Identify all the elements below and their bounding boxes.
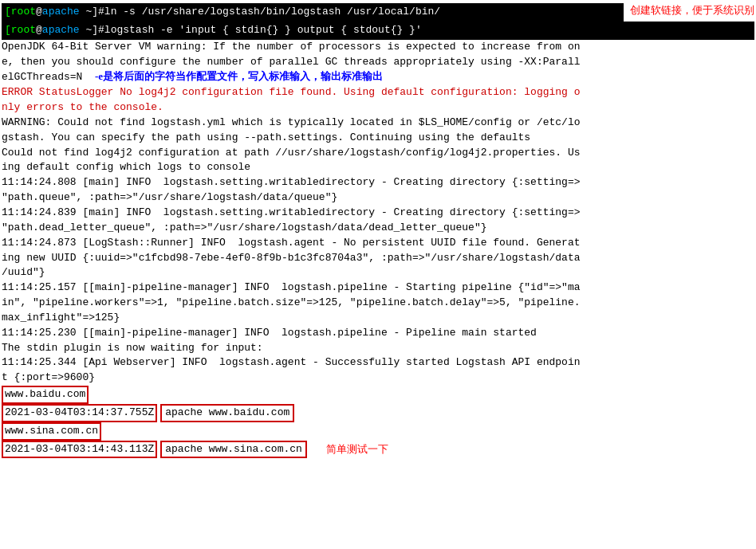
terminal-area: [root@apache ~]# ln -s /usr/share/logsta… [0, 0, 756, 461]
test-output-msg-1: www.baidu.com [209, 406, 289, 418]
prompt-1: [root@apache ~]# [5, 5, 104, 20]
command-block-1: [root@apache ~]# ln -s /usr/share/logsta… [2, 3, 754, 22]
error-log-1: ERROR StatusLogger No log4j2 configurati… [2, 85, 754, 116]
annotation-e: -e是将后面的字符当作配置文件，写入标准输入，输出标准输出 [95, 70, 383, 82]
test-output-content-1: apache www.baidu.com [160, 404, 294, 422]
command-1-main: [root@apache ~]# ln -s /usr/share/logsta… [2, 3, 624, 22]
test-annotation: 简单测试一下 [326, 442, 388, 457]
command-line-2: [root@apache ~]# logstash -e 'input { st… [2, 22, 754, 40]
prompt-host-2: apache [42, 24, 80, 36]
command-text-2: logstash -e 'input { stdin{} } output { … [104, 23, 422, 38]
test-input-1: www.baidu.com [2, 386, 89, 404]
warning-log-1: WARNING: Could not find logstash.yml whi… [2, 116, 754, 175]
prompt-tilde-2: ~]# [80, 24, 104, 36]
jvm-warning: OpenJDK 64-Bit Server VM warning: If the… [2, 40, 754, 86]
test-output-date-1: 2021-03-04T03:14:37.755Z [2, 404, 157, 422]
annotation-cmd1: 创建软链接，便于系统识别 [624, 3, 754, 18]
command-text-1: ln -s /usr/share/logstash/bin/logstash /… [104, 5, 440, 20]
prompt-host-1: apache [42, 6, 80, 18]
prompt-root-1: [root [5, 6, 36, 18]
prompt-at-2: @ [36, 24, 42, 36]
prompt-2: [root@apache ~]# [5, 23, 104, 38]
test-row-1: www.baidu.com [2, 386, 754, 404]
prompt-at-1: @ [36, 6, 42, 18]
info-log-block: 11:14:24.808 [main] INFO logstash.settin… [2, 175, 754, 386]
test-input-2: www.sina.com.cn [2, 422, 101, 441]
test-section: www.baidu.com 2021-03-04T03:14:37.755Z a… [2, 386, 754, 458]
test-output-content-2: apache www.sina.com.cn [160, 441, 307, 459]
test-output-row-2: 2021-03-04T03:14:43.113Z apache www.sina… [2, 441, 754, 459]
test-output-date-2: 2021-03-04T03:14:43.113Z [2, 441, 157, 459]
test-row-2: www.sina.com.cn [2, 422, 754, 441]
command-line-1: [root@apache ~]# ln -s /usr/share/logsta… [2, 3, 624, 22]
prompt-root-2: [root [5, 24, 36, 36]
test-output-msg-2: www.sina.com.cn [209, 443, 302, 455]
prompt-tilde-1: ~]# [80, 6, 104, 18]
test-output-row-1: 2021-03-04T03:14:37.755Z apache www.baid… [2, 404, 754, 422]
